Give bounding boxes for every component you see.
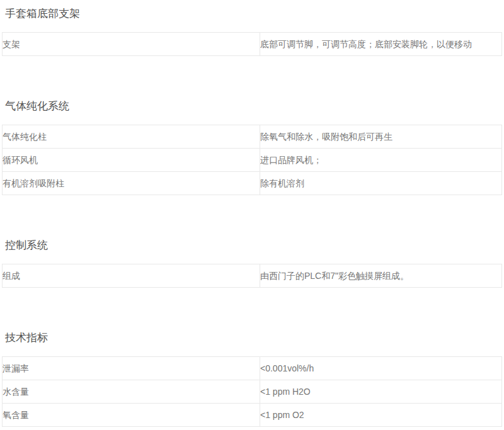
table-row: 水含量 <1 ppm H2O: [3, 380, 502, 404]
spec-label: 循环风机: [3, 149, 260, 172]
spec-label: 泄漏率: [3, 357, 260, 380]
spec-label: 支架: [3, 33, 260, 56]
spec-page: 手套箱底部支架 支架 底部可调节脚，可调节高度；底部安装脚轮，以便移动 气体纯化…: [0, 8, 504, 430]
table-row: 循环风机 进口品牌风机；: [3, 149, 502, 172]
section-technical-specs: 技术指标 泄漏率 <0.001vol%/h 水含量 <1 ppm H2O 氧含量…: [0, 332, 504, 427]
table-row: 有机溶剂吸附柱 除有机溶剂: [3, 172, 502, 195]
spec-label: 气体纯化柱: [3, 125, 260, 149]
section-title: 手套箱底部支架: [5, 8, 504, 20]
section-gas-purification-system: 气体纯化系统 气体纯化柱 除氧气和除水，吸附饱和后可再生 循环风机 进口品牌风机…: [0, 101, 504, 195]
section-title: 气体纯化系统: [5, 101, 504, 112]
spec-label: 有机溶剂吸附柱: [3, 172, 260, 195]
table-row: 氧含量 <1 ppm O2: [3, 404, 502, 427]
spec-label: 水含量: [3, 380, 260, 404]
table-row: 组成 由西门子的PLC和7"彩色触摸屏组成。: [3, 264, 502, 288]
table-row: 支架 底部可调节脚，可调节高度；底部安装脚轮，以便移动: [3, 33, 502, 56]
section-title: 控制系统: [5, 240, 504, 251]
spec-table: 气体纯化柱 除氧气和除水，吸附饱和后可再生 循环风机 进口品牌风机； 有机溶剂吸…: [2, 125, 502, 195]
section-title: 技术指标: [5, 332, 504, 344]
section-glovebox-bottom-bracket: 手套箱底部支架 支架 底部可调节脚，可调节高度；底部安装脚轮，以便移动: [0, 8, 504, 56]
table-row: 泄漏率 <0.001vol%/h: [3, 357, 502, 380]
spec-table: 组成 由西门子的PLC和7"彩色触摸屏组成。: [2, 264, 502, 288]
spec-value: 底部可调节脚，可调节高度；底部安装脚轮，以便移动: [260, 33, 502, 56]
spec-table: 支架 底部可调节脚，可调节高度；底部安装脚轮，以便移动: [2, 32, 502, 56]
section-control-system: 控制系统 组成 由西门子的PLC和7"彩色触摸屏组成。: [0, 240, 504, 288]
spec-value: 除有机溶剂: [260, 172, 502, 195]
spec-value: 由西门子的PLC和7"彩色触摸屏组成。: [260, 264, 502, 288]
spec-value: 进口品牌风机；: [260, 149, 502, 172]
table-row: 气体纯化柱 除氧气和除水，吸附饱和后可再生: [3, 125, 502, 149]
spec-label: 氧含量: [3, 404, 260, 427]
spec-value: 除氧气和除水，吸附饱和后可再生: [260, 125, 502, 149]
spec-value: <1 ppm O2: [260, 404, 502, 427]
spec-value: <1 ppm H2O: [260, 380, 502, 404]
spec-value: <0.001vol%/h: [260, 357, 502, 380]
spec-table: 泄漏率 <0.001vol%/h 水含量 <1 ppm H2O 氧含量 <1 p…: [2, 356, 502, 427]
spec-label: 组成: [3, 264, 260, 288]
